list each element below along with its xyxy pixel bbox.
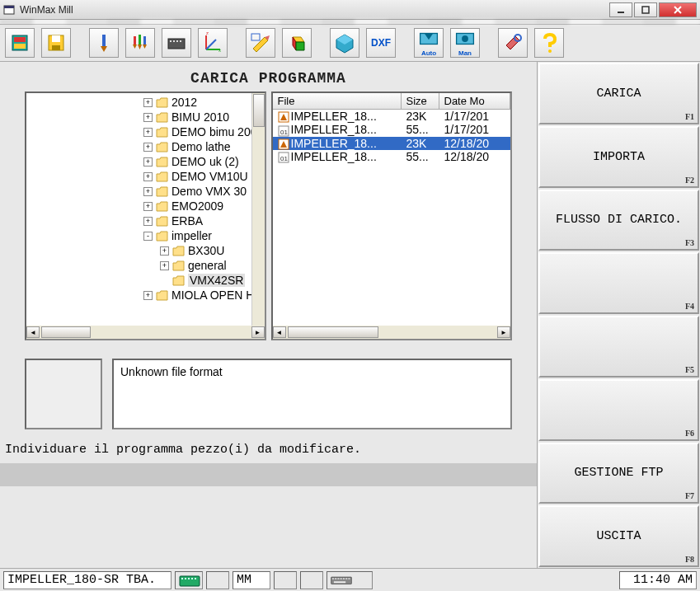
tree-node[interactable]: +DEMO bimu 200 xyxy=(26,124,265,139)
expander-icon[interactable]: + xyxy=(143,291,153,300)
folder-icon xyxy=(156,290,168,301)
minimize-button[interactable] xyxy=(609,2,632,17)
svg-rect-64 xyxy=(345,578,347,579)
content-area: CARICA PROGRAMMA +2012+BIMU 2010+DEMO bi… xyxy=(0,62,700,568)
expander-icon[interactable]: - xyxy=(143,232,153,241)
tree-node[interactable]: +general xyxy=(26,258,265,273)
tree-hscroll[interactable]: ◄► xyxy=(26,326,265,339)
tree-node[interactable]: +2012 xyxy=(26,95,265,110)
file-name-cell: 01IMPELLER_18... xyxy=(273,123,402,136)
tree-node[interactable]: -impeller xyxy=(26,228,265,243)
svg-rect-21 xyxy=(170,40,171,42)
svg-rect-14 xyxy=(134,36,136,45)
instruction-text: Individuare il programma pezzo(i) da mod… xyxy=(5,443,361,457)
col-date[interactable]: Date Mo xyxy=(439,93,511,109)
file-list[interactable]: IMPELLER_18...23K1/17/20101IMPELLER_18..… xyxy=(273,110,511,163)
expander-icon[interactable]: + xyxy=(143,202,153,211)
tree-node[interactable]: +BX30U xyxy=(26,243,265,258)
maximize-button[interactable] xyxy=(634,2,657,17)
tree-node[interactable]: +ERBA xyxy=(26,213,265,228)
expander-icon[interactable]: + xyxy=(143,98,153,107)
tree-node-label: general xyxy=(188,259,227,272)
tool-model-icon[interactable] xyxy=(282,28,312,58)
tree-node-label: VMX42SR xyxy=(188,274,245,287)
keyboard-icon xyxy=(179,574,200,587)
tree-node[interactable]: +MIOLA OPEN H xyxy=(26,288,265,303)
tool-cabinet-icon[interactable] xyxy=(5,28,35,58)
expander-icon[interactable]: + xyxy=(143,128,153,137)
preview-box xyxy=(25,359,102,429)
tool-axes-icon[interactable]: zx xyxy=(198,28,228,58)
col-file[interactable]: File xyxy=(273,93,402,109)
folder-tree[interactable]: +2012+BIMU 2010+DEMO bimu 200+Demo lathe… xyxy=(26,93,265,326)
folder-icon xyxy=(156,171,168,182)
file-row[interactable]: 01IMPELLER_18...55...12/18/20 xyxy=(273,150,511,163)
list-hscroll[interactable]: ◄► xyxy=(273,326,511,339)
file-list-panel: File Size Date Mo IMPELLER_18...23K1/17/… xyxy=(271,91,513,340)
tree-node[interactable]: +BIMU 2010 xyxy=(26,110,265,124)
tool-help-icon[interactable] xyxy=(534,28,564,58)
tool-dxf-button[interactable]: DXF xyxy=(366,28,396,58)
expander-icon[interactable]: + xyxy=(143,113,153,122)
softkey-f3[interactable]: FLUSSO DI CARICO.F3 xyxy=(538,190,699,251)
tree-node[interactable]: +EMO2009 xyxy=(26,199,265,213)
svg-rect-52 xyxy=(180,576,200,586)
tree-node[interactable]: VMX42SR xyxy=(26,273,265,288)
file-name-cell: IMPELLER_18... xyxy=(273,110,402,123)
tool-solid-view-icon[interactable] xyxy=(330,28,359,58)
svg-marker-35 xyxy=(296,42,304,50)
tree-node[interactable]: +Demo VMX 30 xyxy=(26,184,265,199)
svg-rect-57 xyxy=(195,578,196,579)
file-row[interactable]: 01IMPELLER_18...55...1/17/201 xyxy=(273,123,511,136)
tool-save-icon[interactable] xyxy=(41,28,71,58)
tree-vscroll[interactable] xyxy=(251,93,265,326)
expander-icon[interactable]: + xyxy=(143,187,153,196)
expander-icon[interactable]: + xyxy=(143,157,153,167)
file-date-cell: 12/18/20 xyxy=(439,137,511,150)
softkey-f2[interactable]: IMPORTAF2 xyxy=(538,126,699,188)
tool-tools-icon[interactable] xyxy=(498,28,528,58)
tree-node-label: EMO2009 xyxy=(171,199,223,213)
col-size[interactable]: Size xyxy=(402,93,439,109)
status-pad1 xyxy=(206,571,229,589)
tool-multi-tool-icon[interactable] xyxy=(125,28,155,58)
tool-man-button[interactable]: Man xyxy=(450,28,480,58)
expander-icon[interactable]: + xyxy=(143,172,153,181)
tree-node[interactable]: +DEMO uk (2) xyxy=(26,154,265,169)
softkey-fkey: F7 xyxy=(685,491,694,500)
svg-text:z: z xyxy=(206,32,209,35)
folder-icon xyxy=(172,246,185,256)
expander-icon[interactable]: + xyxy=(143,217,153,226)
svg-line-27 xyxy=(206,40,216,49)
tool-auto-button[interactable]: Auto xyxy=(414,28,444,58)
svg-rect-1 xyxy=(4,6,14,8)
spacer-strip xyxy=(0,463,537,486)
file-size-cell: 23K xyxy=(402,137,439,150)
tool-sketch-icon[interactable] xyxy=(246,28,275,58)
svg-marker-13 xyxy=(101,46,107,52)
status-kbd1[interactable] xyxy=(175,571,203,589)
softkey-f7[interactable]: GESTIONE FTPF7 xyxy=(538,443,699,504)
close-button[interactable] xyxy=(659,2,697,17)
svg-rect-23 xyxy=(176,40,178,42)
expander-icon[interactable]: + xyxy=(160,246,169,256)
softkey-f6[interactable]: F6 xyxy=(538,379,699,441)
tree-node[interactable]: +Demo lathe xyxy=(26,139,265,154)
expander-icon[interactable]: + xyxy=(143,143,153,152)
softkey-f1[interactable]: CARICAF1 xyxy=(538,63,699,124)
status-kbd2[interactable] xyxy=(327,571,373,589)
expander-icon[interactable]: + xyxy=(160,261,169,270)
folder-tree-panel: +2012+BIMU 2010+DEMO bimu 200+Demo lathe… xyxy=(25,91,266,340)
softkey-f8[interactable]: USCITAF8 xyxy=(538,505,699,567)
file-row[interactable]: IMPELLER_18...23K1/17/201 xyxy=(273,110,511,123)
tool-keyboard-input-icon[interactable] xyxy=(162,28,191,58)
tool-single-tool-icon[interactable] xyxy=(89,28,119,58)
file-row[interactable]: IMPELLER_18...23K12/18/20 xyxy=(273,137,511,150)
svg-rect-32 xyxy=(251,34,260,40)
softkey-f4[interactable]: F4 xyxy=(538,252,699,314)
tree-node[interactable]: +DEMO VM10U xyxy=(26,169,265,184)
folder-icon xyxy=(156,186,168,197)
svg-rect-66 xyxy=(334,581,345,583)
softkey-f5[interactable]: F5 xyxy=(538,316,699,378)
softkey-panel: CARICAF1IMPORTAF2FLUSSO DI CARICO.F3F4F5… xyxy=(537,62,700,568)
